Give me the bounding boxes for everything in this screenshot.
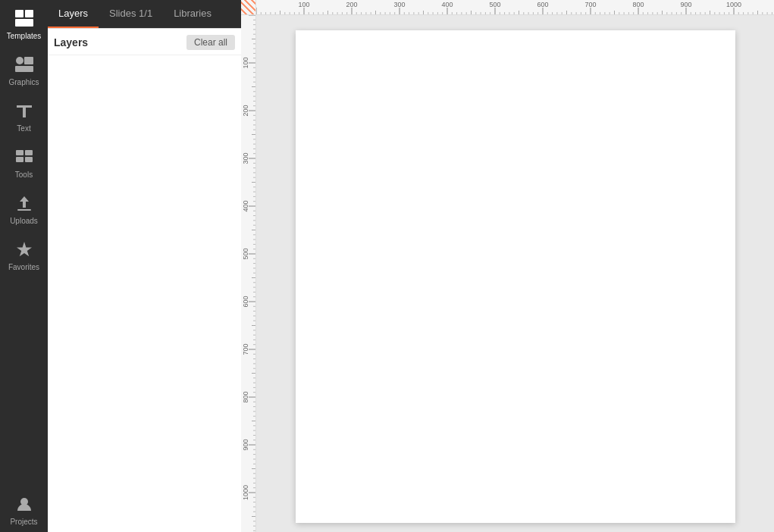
ruler-corner: [241, 0, 256, 15]
tab-slides[interactable]: Slides 1/1: [99, 0, 163, 28]
ruler-top-canvas: [256, 0, 774, 15]
sidebar: Templates Graphics Text To: [0, 0, 48, 532]
svg-rect-6: [16, 150, 24, 155]
ruler-top: [256, 0, 774, 15]
tab-layers[interactable]: Layers: [48, 0, 99, 28]
ruler-left-canvas: [241, 15, 256, 532]
sidebar-item-tools-label: Tools: [15, 171, 33, 179]
clear-all-button[interactable]: Clear all: [186, 35, 235, 50]
sidebar-item-projects[interactable]: Projects: [0, 486, 48, 532]
svg-point-3: [16, 57, 24, 64]
svg-rect-1: [25, 10, 33, 17]
svg-rect-5: [15, 66, 33, 72]
canvas-main[interactable]: [256, 15, 774, 532]
panel-header: Layers Clear all: [48, 29, 241, 55]
tab-libraries[interactable]: Libraries: [163, 0, 222, 28]
canvas-body: [241, 15, 774, 532]
sidebar-item-favorites-label: Favorites: [8, 263, 39, 271]
slide-canvas[interactable]: [296, 30, 735, 523]
svg-rect-9: [25, 157, 33, 162]
text-icon: [14, 100, 35, 121]
sidebar-item-tools[interactable]: Tools: [0, 139, 48, 185]
svg-rect-4: [24, 57, 33, 64]
projects-icon: [14, 493, 35, 515]
sidebar-item-favorites[interactable]: Favorites: [0, 231, 48, 277]
ruler-left: [241, 15, 256, 532]
sidebar-item-graphics-label: Graphics: [8, 78, 39, 86]
panel-content: [48, 55, 241, 532]
panel: Layers Slides 1/1 Libraries Layers Clear…: [48, 0, 241, 532]
tools-icon: [14, 146, 35, 167]
svg-rect-10: [17, 209, 31, 211]
svg-rect-0: [15, 10, 24, 17]
sidebar-item-text-label: Text: [17, 124, 30, 133]
uploads-icon: [14, 192, 35, 214]
svg-rect-8: [16, 157, 24, 162]
sidebar-item-uploads-label: Uploads: [10, 217, 38, 225]
favorites-icon: [14, 239, 35, 260]
sidebar-item-projects-label: Projects: [10, 518, 37, 526]
sidebar-item-text[interactable]: Text: [0, 92, 48, 139]
canvas-area: [241, 0, 774, 532]
sidebar-item-graphics[interactable]: Graphics: [0, 46, 48, 92]
templates-icon: [14, 8, 35, 29]
panel-tabs: Layers Slides 1/1 Libraries: [48, 0, 241, 29]
svg-rect-2: [15, 19, 33, 27]
graphics-icon: [14, 54, 35, 75]
sidebar-item-templates[interactable]: Templates: [0, 0, 48, 46]
panel-title: Layers: [54, 36, 88, 49]
sidebar-item-templates-label: Templates: [7, 32, 42, 40]
sidebar-item-uploads[interactable]: Uploads: [0, 185, 48, 231]
ruler-row-top: [241, 0, 774, 15]
svg-rect-7: [25, 150, 33, 155]
